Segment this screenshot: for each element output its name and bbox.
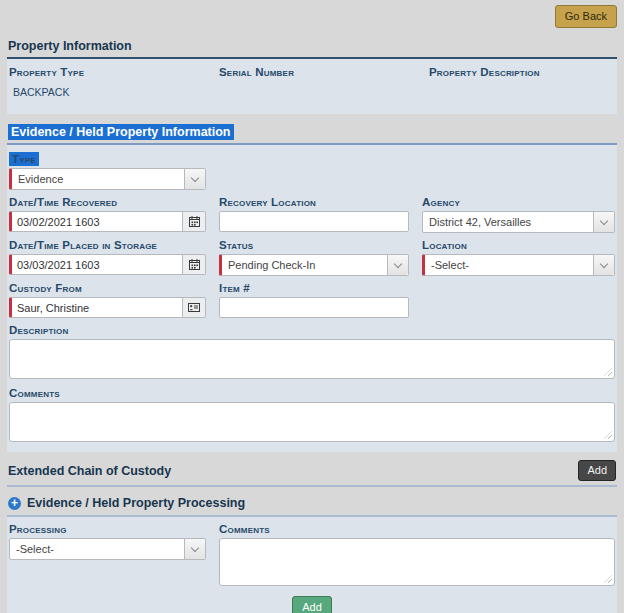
- date-storage-label: Date/Time Placed in Storage: [9, 239, 157, 251]
- type-label: Type: [9, 152, 39, 166]
- extended-chain-title: Extended Chain of Custody: [8, 464, 171, 478]
- processing-form: Processing -Select- Comments Add: [7, 517, 617, 613]
- status-select[interactable]: Pending Check-In: [219, 254, 409, 276]
- agency-select-value: District 42, Versailles: [423, 212, 593, 232]
- item-number-input[interactable]: [219, 297, 409, 318]
- location-select[interactable]: -Select-: [422, 254, 615, 276]
- processing-header[interactable]: + Evidence / Held Property Processing: [7, 487, 617, 517]
- agency-label: Agency: [422, 196, 460, 208]
- calendar-icon[interactable]: [183, 211, 206, 232]
- evidence-info-form: Type Evidence Date/Time Recovered R: [7, 145, 617, 452]
- property-information-title: Property Information: [8, 39, 132, 53]
- property-information-header: Property Information: [7, 34, 617, 59]
- description-label: Description: [9, 324, 68, 336]
- processing-comments-label: Comments: [219, 523, 270, 535]
- chevron-down-icon: [593, 212, 614, 232]
- chevron-down-icon: [387, 255, 408, 275]
- processing-label: Processing: [9, 523, 67, 535]
- chevron-down-icon: [593, 255, 614, 275]
- custody-from-label: Custody From: [9, 282, 82, 294]
- location-label: Location: [422, 239, 467, 251]
- agency-select[interactable]: District 42, Versailles: [422, 211, 615, 233]
- processing-comments-textarea[interactable]: [219, 538, 615, 586]
- processing-title: Evidence / Held Property Processing: [27, 496, 245, 510]
- property-information-table: Property Type BACKPACK Serial Number Pro…: [7, 59, 617, 114]
- property-type-value: BACKPACK: [9, 86, 209, 98]
- date-recovered-label: Date/Time Recovered: [9, 196, 117, 208]
- serial-number-column-header: Serial Number: [219, 66, 419, 78]
- processing-select-value: -Select-: [10, 539, 184, 559]
- plus-circle-icon[interactable]: +: [8, 497, 21, 510]
- recovery-location-label: Recovery Location: [219, 196, 316, 208]
- comments-label: Comments: [9, 387, 60, 399]
- type-select[interactable]: Evidence: [9, 168, 206, 190]
- description-textarea[interactable]: [9, 339, 615, 379]
- status-select-value: Pending Check-In: [222, 255, 387, 275]
- chevron-down-icon: [184, 169, 205, 189]
- custody-from-input[interactable]: [9, 297, 183, 318]
- go-back-button-top[interactable]: Go Back: [555, 5, 617, 28]
- top-bar: Go Back: [7, 0, 617, 34]
- recovery-location-input[interactable]: [219, 211, 409, 232]
- location-select-value: -Select-: [425, 255, 593, 275]
- property-type-column-header: Property Type: [9, 66, 209, 78]
- chevron-down-icon: [184, 539, 205, 559]
- evidence-info-header: Evidence / Held Property Information: [7, 120, 617, 145]
- calendar-icon[interactable]: [183, 254, 206, 275]
- extended-chain-header: Extended Chain of Custody Add: [7, 452, 617, 487]
- contact-card-icon[interactable]: [183, 297, 206, 318]
- comments-textarea[interactable]: [9, 402, 615, 442]
- date-storage-input[interactable]: [9, 254, 183, 275]
- evidence-property-form-page: Go Back Property Information Property Ty…: [0, 0, 624, 613]
- processing-add-button[interactable]: Add: [292, 596, 332, 613]
- evidence-info-title: Evidence / Held Property Information: [8, 124, 234, 140]
- item-number-label: Item #: [219, 282, 250, 294]
- property-description-column-header: Property Description: [429, 66, 615, 78]
- processing-select[interactable]: -Select-: [9, 538, 206, 560]
- status-label: Status: [219, 239, 253, 251]
- extended-chain-add-button[interactable]: Add: [578, 460, 616, 481]
- date-recovered-input[interactable]: [9, 211, 183, 232]
- type-select-value: Evidence: [12, 169, 184, 189]
